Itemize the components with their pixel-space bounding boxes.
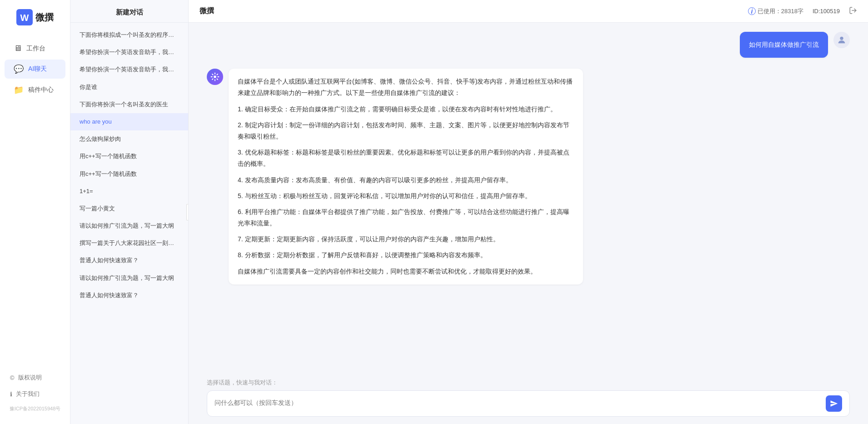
copyright-label: 版权说明 [18,374,42,382]
main-area: 微撰 i 已使用：28318字 ID:100519 [189,0,868,424]
about-icon: ℹ [10,391,12,398]
input-box [207,390,850,417]
bottom-area: 选择话题，快速与我对话： [189,374,868,424]
user-avatar [833,32,850,48]
list-item[interactable]: 普通人如何快速致富？ [70,252,188,269]
list-item-active[interactable]: who are you [70,113,188,130]
logo-text: 微撰 [35,11,54,24]
logout-icon[interactable] [849,6,857,16]
sidebar-item-mailcenter[interactable]: 📁 稿件中心 [5,80,65,100]
ai-message-bubble: 自媒体平台是个人或团队通过互联网平台(如博客、微博、微信公众号、抖音、快手等)发… [229,69,583,284]
sidebar-bottom: © 版权说明 ℹ 关于我们 豫ICP备2022015948号 [0,365,70,419]
list-item[interactable]: 写一篇小黄文 [70,200,188,217]
list-item[interactable]: 用c++写一个随机函数 [70,148,188,165]
user-message-row: 如何用自媒体做推广引流 [207,32,850,58]
logo-icon: W [16,9,33,25]
list-item[interactable]: 普通人如何快速致富？ [70,287,188,304]
ai-para-6: 5. 与粉丝互动：积极与粉丝互动，回复评论和私信，可以增加用户对你的认可和信任，… [238,190,574,202]
ai-message-row: 自媒体平台是个人或团队通过互联网平台(如博客、微博、微信公众号、抖音、快手等)发… [207,69,850,284]
list-item[interactable]: 撰写一篇关于八大家花园社区一刻钟便民生... [70,234,188,252]
svg-point-4 [214,75,216,78]
about-label: 关于我们 [16,390,40,398]
list-item[interactable]: 下面你将扮演一个名叫圣友的医生 [70,96,188,113]
svg-point-3 [840,37,843,40]
chat-content: 如何用自媒体做推广引流 自媒体平台是个人或团队通过互联网平台(如博客、微博、微信… [189,23,868,374]
quick-topics-label: 选择话题，快速与我对话： [207,379,850,387]
list-item[interactable]: 用c++写一个随机函数 [70,165,188,183]
ai-para-4: 3. 优化标题和标签：标题和标签是吸引粉丝的重要因素。优化标题和标签可以让更多的… [238,147,574,170]
conv-list: 下面你将模拟成一个叫圣友的程序员，我说... 希望你扮演一个英语发音助手，我提供… [70,23,188,424]
sidebar-item-label: 稿件中心 [28,86,54,94]
nav-items: 🖥 工作台 💬 AI聊天 📁 稿件中心 [0,39,70,365]
ai-avatar [207,69,223,85]
ai-para-8: 7. 定期更新：定期更新内容，保持活跃度，可以让用户对你的内容产生兴趣，增加用户… [238,234,574,245]
sidebar-item-about[interactable]: ℹ 关于我们 [5,386,65,402]
send-icon [830,399,838,408]
list-item[interactable]: 怎么做狗屎炒肉 [70,130,188,148]
sidebar-item-aichat[interactable]: 💬 AI聊天 [5,60,65,79]
list-item[interactable]: 下面你将模拟成一个叫圣友的程序员，我说... [70,26,188,44]
topbar-right: i 已使用：28318字 ID:100519 [748,6,857,16]
icp-text: 豫ICP备2022015948号 [5,403,65,415]
sidebar: W 微撰 🖥 工作台 💬 AI聊天 📁 稿件中心 © 版权说明 ℹ 关于我们 豫… [0,0,70,424]
topbar: 微撰 i 已使用：28318字 ID:100519 [189,0,868,23]
mailcenter-icon: 📁 [14,85,24,95]
ai-para-9: 8. 分析数据：定期分析数据，了解用户反馈和喜好，以便调整推广策略和内容发布频率… [238,249,574,261]
ai-para-2: 1. 确定目标受众：在开始自媒体推广引流之前，需要明确目标受众是谁，以便在发布内… [238,104,574,115]
chat-input[interactable] [215,398,821,409]
conv-panel: 新建对话 下面你将模拟成一个叫圣友的程序员，我说... 希望你扮演一个英语发音助… [70,0,189,424]
ai-para-3: 2. 制定内容计划：制定一份详细的内容计划，包括发布时间、频率、主题、文案、图片… [238,120,574,142]
sidebar-item-label: AI聊天 [28,65,47,73]
ai-para-1: 自媒体平台是个人或团队通过互联网平台(如博客、微博、微信公众号、抖音、快手等)发… [238,76,574,99]
topbar-usage: i 已使用：28318字 [748,7,803,15]
user-message-bubble: 如何用自媒体做推广引流 [740,32,828,58]
topbar-id: ID:100519 [813,8,840,15]
aichat-icon: 💬 [14,64,24,74]
logo-area: W 微撰 [16,9,54,25]
workbench-icon: 🖥 [14,44,22,53]
ai-para-5: 4. 发布高质量内容：发布高质量、有价值、有趣的内容可以吸引更多的粉丝，并提高用… [238,175,574,186]
send-button[interactable] [826,395,842,412]
usage-text: 已使用：28318字 [758,7,803,15]
sidebar-item-workbench[interactable]: 🖥 工作台 [5,39,65,58]
list-item[interactable]: 1+1= [70,183,188,200]
sidebar-item-copyright[interactable]: © 版权说明 [5,370,65,385]
info-icon: i [748,7,756,15]
conv-panel-header[interactable]: 新建对话 [70,0,188,23]
collapse-button[interactable]: ◀ [186,204,189,220]
ai-para-10: 自媒体推广引流需要具备一定的内容创作和社交能力，同时也需要不断尝试和优化，才能取… [238,266,574,277]
sidebar-item-label: 工作台 [26,45,45,53]
list-item[interactable]: 请以如何推广引流为题，写一篇大纲 [70,269,188,287]
svg-text:W: W [20,13,29,23]
list-item[interactable]: 希望你扮演一个英语发音助手，我提供给你... [70,44,188,61]
list-item[interactable]: 请以如何推广引流为题，写一篇大纲 [70,217,188,234]
list-item[interactable]: 希望你扮演一个英语发音助手，我提供给你... [70,61,188,78]
list-item[interactable]: 你是谁 [70,79,188,96]
copyright-icon: © [10,374,15,381]
ai-para-7: 6. 利用平台推广功能：自媒体平台都提供了推广功能，如广告投放、付费推广等，可以… [238,206,574,229]
topbar-title: 微撰 [200,6,214,16]
